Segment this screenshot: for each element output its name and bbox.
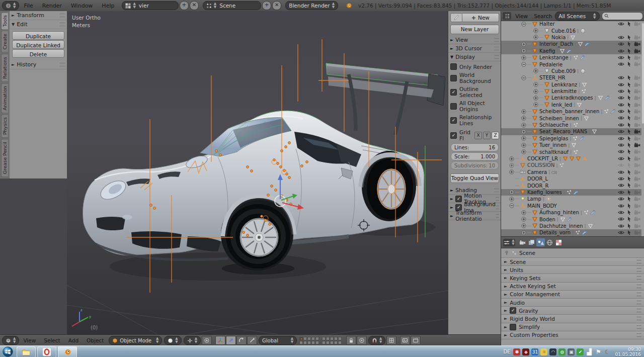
expander-icon[interactable] xyxy=(533,96,538,101)
restrict-select-cursor-icon[interactable] xyxy=(626,109,632,114)
outliner-search-input[interactable] xyxy=(602,12,643,20)
outliner-row-camera[interactable]: Camera| xyxy=(501,169,641,175)
pivot-align-toggle[interactable] xyxy=(202,336,212,345)
panel-header-display[interactable]: ▼Display xyxy=(448,53,501,61)
expander-icon[interactable] xyxy=(521,22,526,27)
taskbar-blender-button[interactable] xyxy=(58,346,77,357)
taskbar-clock[interactable]: 09:30 01.05.2016 xyxy=(615,347,641,357)
restrict-render-camera-icon[interactable] xyxy=(634,21,640,27)
tray-icon-shield-dark-red[interactable]: ◆ xyxy=(522,348,529,355)
proportional-edit-toggle[interactable] xyxy=(357,336,367,345)
expander-icon[interactable] xyxy=(521,123,526,128)
expander-icon[interactable] xyxy=(509,203,514,208)
pin-icon[interactable] xyxy=(504,250,509,255)
layer-cell[interactable] xyxy=(334,337,338,340)
outliner-menu-search[interactable]: Search xyxy=(531,13,555,19)
screen-layout-selector[interactable]: ▲▼ vier xyxy=(122,1,178,10)
outliner-row-kaefig_lowres[interactable]: Kaefig_lowres| xyxy=(501,189,641,196)
restrict-select-cursor-icon[interactable] xyxy=(626,183,632,188)
layer-cell[interactable] xyxy=(315,337,319,340)
outliner-row-tuer_innen[interactable]: Tuer_innen| xyxy=(501,142,641,148)
expander-icon[interactable] xyxy=(521,129,526,134)
tray-icon-gamepad[interactable]: ▣ xyxy=(568,348,575,355)
panel-header-keying-sets[interactable]: ►Keying Sets xyxy=(501,274,644,282)
expander-icon[interactable] xyxy=(521,55,526,60)
editor-type-button-outliner[interactable] xyxy=(503,12,511,20)
layer-cell[interactable] xyxy=(303,337,307,340)
language-indicator[interactable]: DE xyxy=(503,349,510,354)
viewport-menu-view[interactable]: View xyxy=(19,337,40,343)
restrict-render-camera-icon[interactable] xyxy=(634,149,640,154)
panel-header-audio[interactable]: ►Audio xyxy=(501,299,644,307)
field-subdivisions[interactable]: Subdivisions:10 xyxy=(451,161,499,169)
restrict-select-cursor-icon[interactable] xyxy=(626,136,632,141)
orientation-select[interactable]: Global ▲▼ xyxy=(259,336,297,345)
start-button[interactable] xyxy=(0,346,15,357)
panel-header-active-keying-set[interactable]: ►Active Keying Set xyxy=(501,283,644,291)
restrict-view-eye-icon[interactable] xyxy=(618,102,624,108)
restrict-select-cursor-icon[interactable] xyxy=(626,196,632,202)
expander-icon[interactable] xyxy=(509,190,514,195)
viewport-menu-add[interactable]: Add xyxy=(64,337,83,343)
menu-help[interactable]: Help xyxy=(97,3,119,9)
layer-cell[interactable] xyxy=(307,341,311,344)
restrict-render-camera-icon[interactable] xyxy=(634,162,640,168)
outliner-row-interior_dach[interactable]: Interior_Dach| xyxy=(501,41,641,47)
restrict-view-eye-icon[interactable] xyxy=(618,230,624,235)
layer-cell[interactable] xyxy=(338,341,342,344)
expander-icon[interactable] xyxy=(533,82,538,87)
taskbar-explorer-button[interactable] xyxy=(17,346,36,357)
expander-icon[interactable] xyxy=(521,143,526,148)
restrict-render-camera-icon[interactable] xyxy=(634,129,640,134)
pivot-select[interactable]: ▲▼ xyxy=(184,336,201,345)
grid-floor-checkbox[interactable]: ✓ xyxy=(450,132,457,139)
restrict-view-eye-icon[interactable] xyxy=(618,61,624,67)
translate-manipulator-button[interactable] xyxy=(226,336,236,345)
expander-icon[interactable] xyxy=(521,210,526,215)
restrict-view-eye-icon[interactable] xyxy=(618,122,624,128)
expander-icon[interactable] xyxy=(521,109,526,114)
viewport-3d[interactable]: z y User Ortho Meters (0) xyxy=(67,11,448,334)
expander-icon[interactable] xyxy=(521,48,526,53)
checkbox-outline-selected[interactable]: ✓ xyxy=(450,89,457,96)
expander-icon[interactable] xyxy=(521,116,526,121)
restrict-view-eye-icon[interactable] xyxy=(618,210,624,215)
shelf-tab-relations[interactable]: Relations xyxy=(1,54,8,82)
panel-header-transform-orientatio[interactable]: ►Transform Orientatio xyxy=(448,212,501,220)
panel-header-edit[interactable]: ▼Edit xyxy=(10,20,67,29)
restrict-select-cursor-icon[interactable] xyxy=(626,210,632,215)
restrict-render-camera-icon[interactable] xyxy=(634,75,640,80)
outliner-row-lenkmitte[interactable]: Lenkmitte| xyxy=(501,88,641,95)
outliner-row-cube.009[interactable]: Cube.009| xyxy=(501,68,641,74)
checkbox-relationship-lines[interactable]: ✓ xyxy=(450,117,457,124)
restrict-render-camera-icon[interactable] xyxy=(634,95,640,101)
restrict-render-camera-icon[interactable] xyxy=(634,190,640,195)
expander-icon[interactable] xyxy=(533,102,538,107)
restrict-view-eye-icon[interactable] xyxy=(618,21,624,27)
restrict-view-eye-icon[interactable] xyxy=(618,88,624,94)
panel-header-custom-properties[interactable]: ►Custom Properties xyxy=(501,331,644,339)
panel-header-view[interactable]: ►View xyxy=(448,36,501,44)
outliner-row-door_l[interactable]: DOOR_L xyxy=(501,175,641,182)
restrict-view-eye-icon[interactable] xyxy=(618,109,624,114)
tray-icon-weather[interactable]: ☼ xyxy=(540,348,547,355)
outliner-row-schlaeuche[interactable]: Schlaeuche| xyxy=(501,122,641,128)
tray-icon-network-signal[interactable]: ▟ xyxy=(586,348,593,355)
restrict-view-eye-icon[interactable] xyxy=(618,41,624,47)
add-layout-button[interactable]: + xyxy=(180,1,189,10)
outliner-row-lenk_led[interactable]: lenk_led| xyxy=(501,102,641,108)
manipulator-toggle[interactable] xyxy=(215,336,225,345)
toggle-quad-view-button[interactable]: Toggle Quad View xyxy=(450,173,499,183)
outliner-filter-select[interactable]: All Scenes ▲▼ xyxy=(555,12,599,21)
scale-manipulator-button[interactable] xyxy=(247,336,257,345)
outliner-row-dachhutze_innen[interactable]: Dachhutze_innen| xyxy=(501,223,641,229)
restrict-view-eye-icon[interactable] xyxy=(618,35,624,40)
restrict-select-cursor-icon[interactable] xyxy=(626,61,632,67)
restrict-view-eye-icon[interactable] xyxy=(618,48,624,54)
close-layout-button[interactable]: ✕ xyxy=(190,1,199,10)
layer-cell[interactable] xyxy=(307,337,311,340)
grid-axis-y-toggle[interactable]: Y xyxy=(483,132,491,139)
restrict-select-cursor-icon[interactable] xyxy=(626,156,632,161)
checkbox-all-object-origins[interactable] xyxy=(450,103,457,110)
expander-icon[interactable] xyxy=(509,163,514,168)
